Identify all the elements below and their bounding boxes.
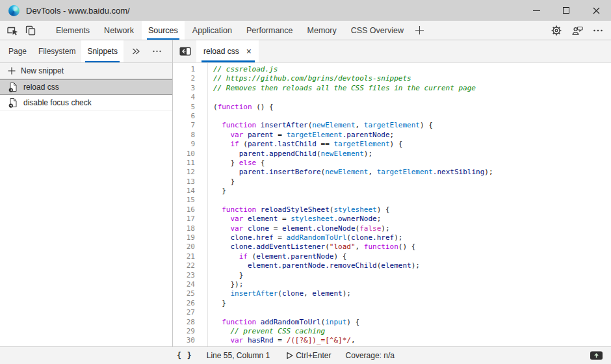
tab-label: Performance	[246, 26, 293, 35]
line-number[interactable]: 18	[173, 224, 195, 233]
code-line[interactable]: if (element.parentNode) {	[213, 252, 611, 261]
line-number[interactable]: 14	[173, 187, 195, 196]
code-line[interactable]: clone.addEventListener("load", function(…	[213, 242, 611, 252]
line-number[interactable]: 27	[173, 308, 195, 317]
tab-label: Snippets	[87, 47, 118, 56]
tab-memory[interactable]: Memory	[301, 21, 343, 40]
hide-navigator-button[interactable]	[178, 40, 192, 62]
line-number[interactable]: 22	[173, 261, 195, 270]
code-line[interactable]: parent.insertBefore(newElement, targetEl…	[213, 168, 611, 177]
tab-elements[interactable]: Elements	[49, 21, 96, 40]
code-line[interactable]: }	[213, 177, 611, 187]
tab-network[interactable]: Network	[98, 21, 140, 40]
maximize-button[interactable]	[551, 0, 581, 21]
code-line[interactable]: insertAfter(clone, element);	[213, 289, 611, 298]
minimize-button[interactable]	[521, 0, 551, 21]
code-line[interactable]: function addRandomToUrl(input) {	[213, 318, 611, 327]
tab-close-icon[interactable]: ×	[246, 47, 252, 56]
line-number[interactable]: 16	[173, 205, 195, 214]
tab-label: Elements	[56, 26, 90, 35]
line-number[interactable]: 9	[173, 140, 195, 149]
code-line[interactable]: var hasRnd = /([?&])_=[^&]*/,	[213, 336, 611, 345]
line-number[interactable]: 12	[173, 168, 195, 177]
code-line[interactable]: function reloadStyleSheet(stylesheet) {	[213, 205, 611, 214]
line-number[interactable]: 10	[173, 150, 195, 159]
tab-label: Page	[8, 47, 27, 56]
close-button[interactable]	[581, 0, 611, 21]
code-line[interactable]: element.parentNode.removeChild(element);	[213, 261, 611, 270]
inspect-element-button[interactable]	[3, 21, 21, 40]
line-number[interactable]: 17	[173, 214, 195, 224]
line-number[interactable]: 1	[173, 65, 195, 74]
run-shortcut-label: Ctrl+Enter	[296, 351, 331, 360]
code-line[interactable]: function insertAfter(newElement, targetE…	[213, 121, 611, 130]
tab-label: Network	[104, 26, 134, 35]
code-line[interactable]: // prevent CSS caching	[213, 327, 611, 336]
tab-performance[interactable]: Performance	[240, 21, 300, 40]
tab-sources[interactable]: Sources	[142, 21, 185, 40]
code-editor[interactable]: 1234567891011121314151617181920212223242…	[173, 63, 611, 346]
line-number[interactable]: 24	[173, 280, 195, 289]
more-tools-button[interactable]	[411, 21, 429, 40]
device-emulation-button[interactable]	[21, 21, 40, 40]
code-line[interactable]: // Removes then reloads all the CSS file…	[213, 84, 611, 93]
navigator-more-options-button[interactable]	[148, 40, 165, 62]
tab-css-overview[interactable]: CSS Overview	[344, 21, 410, 40]
line-number[interactable]: 30	[173, 336, 195, 345]
code-line[interactable]: });	[213, 280, 611, 289]
line-number[interactable]: 11	[173, 159, 195, 168]
open-drawer-button[interactable]	[590, 350, 603, 361]
line-number[interactable]: 7	[173, 121, 195, 130]
line-number[interactable]: 4	[173, 93, 195, 102]
line-number[interactable]: 28	[173, 318, 195, 327]
customize-devtools-button[interactable]	[588, 21, 608, 40]
navigator-tab-snippets[interactable]: Snippets	[81, 40, 124, 62]
line-number[interactable]: 2	[173, 74, 195, 83]
code-line[interactable]	[213, 93, 611, 102]
code-line[interactable]	[213, 196, 611, 205]
code-line[interactable]: var element = stylesheet.ownerNode;	[213, 214, 611, 224]
line-number[interactable]: 15	[173, 196, 195, 205]
code-line[interactable]: var parent = targetElement.parentNode;	[213, 131, 611, 140]
feedback-button[interactable]	[567, 21, 588, 40]
code-line[interactable]	[213, 112, 611, 121]
line-number[interactable]: 5	[173, 103, 195, 112]
code-line[interactable]: }	[213, 271, 611, 280]
more-options-icon	[592, 25, 604, 36]
settings-button[interactable]	[546, 21, 567, 40]
tab-application[interactable]: Application	[186, 21, 239, 40]
snippet-item-reload-css[interactable]: reload css	[0, 79, 172, 95]
code-line[interactable]: } else {	[213, 159, 611, 168]
navigator-tab-page[interactable]: Page	[3, 40, 32, 62]
code-line[interactable]: var clone = element.cloneNode(false);	[213, 224, 611, 233]
code-line[interactable]	[213, 308, 611, 317]
cursor-position: Line 55, Column 1	[207, 351, 270, 360]
code-line[interactable]: clone.href = addRandomToUrl(clone.href);	[213, 233, 611, 242]
code-line[interactable]: parent.appendChild(newElement);	[213, 150, 611, 159]
new-snippet-button[interactable]: New snippet	[0, 63, 172, 79]
snippet-file-icon	[8, 98, 18, 108]
snippet-item-disable-focus-check[interactable]: disable focus check	[0, 95, 172, 110]
line-number[interactable]: 29	[173, 327, 195, 336]
pretty-print-button[interactable]: { }	[177, 351, 192, 360]
line-number[interactable]: 21	[173, 252, 195, 261]
navigator-tab-filesystem[interactable]: Filesystem	[32, 40, 81, 62]
line-number[interactable]: 8	[173, 131, 195, 140]
line-number[interactable]: 3	[173, 84, 195, 93]
code-line[interactable]: }	[213, 299, 611, 308]
line-number[interactable]: 26	[173, 299, 195, 308]
line-number[interactable]: 19	[173, 233, 195, 242]
code-line[interactable]: // https://github.com/bgrins/devtools-sn…	[213, 74, 611, 83]
line-number[interactable]: 6	[173, 112, 195, 121]
code-line[interactable]: }	[213, 187, 611, 196]
line-number[interactable]: 23	[173, 271, 195, 280]
close-icon	[593, 7, 600, 14]
code-line[interactable]: if (parent.lastChild == targetElement) {	[213, 140, 611, 149]
editor-tab-reload-css[interactable]: reload css ×	[196, 40, 259, 62]
more-navigator-tabs-button[interactable]	[127, 40, 144, 62]
code-line[interactable]: // cssreload.js	[213, 65, 611, 74]
line-number[interactable]: 20	[173, 242, 195, 252]
line-number[interactable]: 13	[173, 177, 195, 187]
line-number[interactable]: 25	[173, 289, 195, 298]
code-line[interactable]: (function () {	[213, 103, 611, 112]
